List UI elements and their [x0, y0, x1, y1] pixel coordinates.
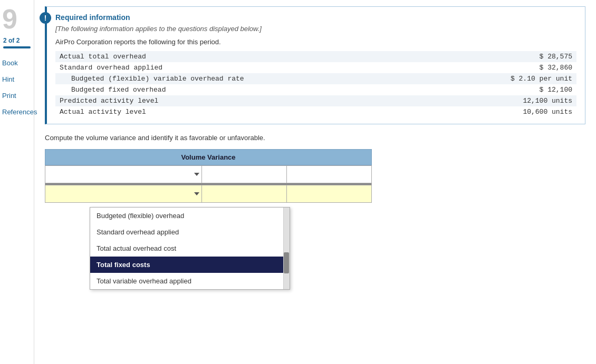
dropdown-option-budgeted-flexible[interactable]: Budgeted (flexible) overhead	[90, 208, 283, 224]
label-actual-overhead: Actual total overhead	[55, 51, 437, 62]
table-row: Budgeted (flexible) variable overhead ra…	[55, 73, 576, 84]
value-input-2b[interactable]	[287, 185, 371, 202]
dropdown-cell-2[interactable]	[45, 185, 202, 203]
label-actual-level: Actual activity level	[55, 106, 437, 117]
variance-row-2	[45, 185, 372, 203]
value-standard-applied: $ 32,860	[437, 62, 576, 73]
variance-header: Volume Variance	[45, 149, 372, 165]
value-variable-rate: $ 2.10 per unit	[437, 73, 576, 84]
dropdown-option-total-variable[interactable]: Total variable overhead applied	[90, 273, 283, 289]
variance-table	[45, 165, 372, 203]
dropdown-popup: Budgeted (flexible) overhead Standard ov…	[90, 207, 290, 290]
value-cell-1b	[287, 166, 372, 183]
label-fixed-overhead: Budgeted fixed overhead	[55, 84, 437, 95]
dropdown-cell-1[interactable]	[45, 166, 202, 183]
dropdown-option-total-actual[interactable]: Total actual overhead cost	[90, 240, 283, 257]
sidebar-link-book[interactable]: Book	[2, 59, 37, 67]
info-title: Required information	[55, 13, 576, 22]
value-cell-1	[202, 166, 287, 183]
info-box: ! Required information [The following in…	[45, 6, 585, 124]
progress-bar-fill	[3, 46, 31, 48]
info-data-table: Actual total overhead $ 28,575 Standard …	[55, 51, 576, 117]
progress-bar-container	[3, 46, 31, 48]
table-row: Standard overhead applied $ 32,860	[55, 62, 576, 73]
variance-dropdown-2[interactable]	[45, 185, 201, 202]
info-icon: !	[40, 12, 51, 24]
value-actual-level: 10,600 units	[437, 106, 576, 117]
progress-label: 2 of 2	[3, 37, 31, 44]
sidebar-link-references[interactable]: References	[2, 108, 37, 116]
table-row: Actual total overhead $ 28,575	[55, 51, 576, 62]
problem-number: 9	[2, 5, 17, 33]
sidebar-links: Book Hint Print References	[0, 59, 37, 116]
dropdown-scrollbar[interactable]	[283, 208, 290, 289]
value-cell-2b	[287, 185, 372, 203]
scrollbar-thumb	[284, 252, 289, 273]
dropdown-popup-inner: Budgeted (flexible) overhead Standard ov…	[90, 208, 290, 289]
info-subtitle: [The following information applies to th…	[55, 25, 576, 33]
label-variable-rate: Budgeted (flexible) variable overhead ra…	[55, 73, 437, 84]
label-predicted-level: Predicted activity level	[55, 95, 437, 106]
label-standard-applied: Standard overhead applied	[55, 62, 437, 73]
value-predicted-level: 12,100 units	[437, 95, 576, 106]
variance-container: Volume Variance	[45, 149, 372, 203]
info-intro: AirPro Corporation reports the following…	[55, 38, 576, 46]
value-fixed-overhead: $ 12,100	[437, 84, 576, 95]
value-actual-overhead: $ 28,575	[437, 51, 576, 62]
table-row: Predicted activity level 12,100 units	[55, 95, 576, 106]
value-input-1b[interactable]	[287, 166, 371, 183]
question-text: Compute the volume variance and identify…	[45, 134, 585, 142]
value-input-1[interactable]	[202, 166, 286, 183]
sidebar: 9 2 of 2 Book Hint Print References	[0, 0, 34, 364]
variance-dropdown-1[interactable]	[45, 166, 201, 183]
table-row: Actual activity level 10,600 units	[55, 106, 576, 117]
sidebar-link-print[interactable]: Print	[2, 92, 37, 100]
main-content: ! Required information [The following in…	[34, 0, 596, 364]
progress-section: 2 of 2	[0, 37, 34, 48]
variance-row-1	[45, 166, 372, 183]
sidebar-link-hint[interactable]: Hint	[2, 75, 37, 83]
value-input-2[interactable]	[202, 185, 286, 202]
table-row: Budgeted fixed overhead $ 12,100	[55, 84, 576, 95]
dropdown-option-total-fixed[interactable]: Total fixed costs	[90, 257, 283, 273]
value-cell-2	[202, 185, 287, 203]
dropdown-option-standard-overhead[interactable]: Standard overhead applied	[90, 224, 283, 240]
